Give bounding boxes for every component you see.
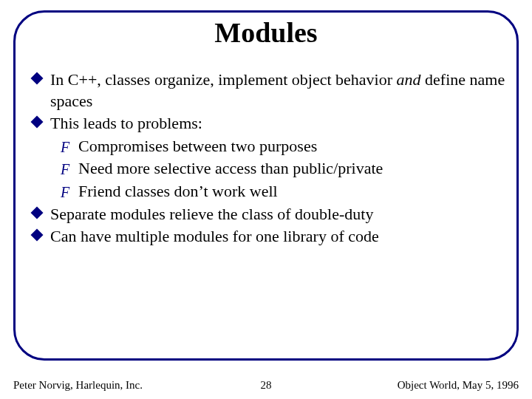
bullet-3-text: Separate modules relieve the class of do… bbox=[50, 205, 373, 223]
bullet-2-2: F Need more selective access than public… bbox=[33, 158, 505, 180]
bullet-2-text: This leads to problems: bbox=[50, 114, 202, 132]
diamond-icon bbox=[31, 116, 44, 129]
slide-footer: Peter Norvig, Harlequin, Inc. 28 Object … bbox=[13, 379, 519, 392]
swirl-icon: F bbox=[61, 137, 69, 157]
bullet-2-1: F Compromises between two purposes bbox=[33, 136, 505, 157]
footer-left: Peter Norvig, Harlequin, Inc. bbox=[13, 379, 143, 392]
slide: Modules In C++, classes organize, implem… bbox=[0, 0, 532, 399]
slide-title: Modules bbox=[0, 16, 532, 49]
diamond-icon bbox=[31, 206, 44, 219]
bullet-4: Can have multiple modules for one librar… bbox=[33, 226, 505, 248]
bullet-2-3: F Friend classes don’t work well bbox=[33, 181, 505, 202]
bullet-1: In C++, classes organize, implement obje… bbox=[33, 69, 505, 112]
footer-right: Object World, May 5, 1996 bbox=[398, 379, 519, 392]
bullet-2: This leads to problems: bbox=[33, 113, 505, 134]
bullet-2-3-text: Friend classes don’t work well bbox=[78, 182, 278, 200]
diamond-icon bbox=[31, 229, 44, 242]
swirl-icon: F bbox=[61, 183, 69, 202]
diamond-icon bbox=[31, 72, 44, 85]
slide-body: In C++, classes organize, implement obje… bbox=[33, 69, 505, 249]
bullet-3: Separate modules relieve the class of do… bbox=[33, 204, 505, 225]
bullet-2-2-text: Need more selective access than public/p… bbox=[78, 159, 383, 177]
bullet-1-text-b: and bbox=[397, 70, 421, 89]
bullet-1-text-a: In C++, classes organize, implement obje… bbox=[50, 70, 397, 89]
bullet-2-1-text: Compromises between two purposes bbox=[78, 137, 317, 155]
bullet-4-text: Can have multiple modules for one librar… bbox=[50, 227, 379, 245]
swirl-icon: F bbox=[61, 160, 69, 179]
